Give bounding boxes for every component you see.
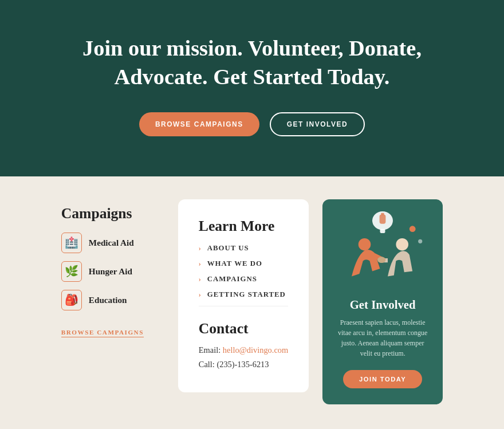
learn-more-title: Learn More [199, 218, 288, 235]
hero-section: Join our mission. Volunteer, Donate, Adv… [0, 0, 504, 176]
menu-item-what-we-do[interactable]: › WHAT WE DO [199, 259, 288, 268]
hero-headline: Join our mission. Volunteer, Donate, Adv… [80, 34, 424, 92]
browse-campaigns-link[interactable]: BROWSE CAMPAIGNS [61, 329, 144, 337]
menu-label-what: WHAT WE DO [207, 259, 262, 268]
chevron-icon-what: › [199, 259, 202, 268]
svg-rect-2 [380, 214, 386, 223]
hunger-aid-label: Hunger Aid [89, 266, 132, 277]
svg-point-6 [377, 257, 385, 263]
education-label: Education [89, 295, 127, 305]
get-involved-card: Get Involved Praesent sapien lacus, mole… [322, 199, 443, 404]
svg-point-8 [418, 239, 422, 243]
handshake-illustration [336, 205, 429, 291]
chevron-icon-getting: › [199, 290, 202, 299]
divider [199, 306, 288, 306]
education-icon: 🎒 [61, 290, 82, 310]
chevron-icon-campaigns: › [199, 275, 202, 284]
menu-item-campaigns[interactable]: › CAMPAIGNS [199, 275, 288, 284]
chevron-icon-about: › [199, 244, 202, 253]
medical-aid-icon: 🏥 [61, 233, 82, 253]
svg-rect-3 [381, 213, 384, 215]
svg-point-7 [410, 226, 416, 232]
menu-label-getting: GETTING STARTED [207, 290, 286, 299]
email-label: Email: [199, 345, 220, 355]
browse-campaigns-button[interactable]: BROWSE CAMPAIGNS [139, 112, 259, 136]
svg-rect-1 [380, 229, 385, 233]
hero-buttons: BROWSE CAMPAIGNS GET INVOLVED [23, 112, 481, 136]
get-involved-title: Get Involved [350, 298, 416, 312]
menu-label-about: ABOUT US [207, 244, 249, 253]
email-value[interactable]: hello@divingo.com [223, 345, 288, 355]
campaigns-column: Campaigns 🏥 Medical Aid 🌿 Hunger Aid 🎒 E… [61, 199, 164, 337]
contact-title: Contact [199, 320, 288, 337]
join-today-button[interactable]: JOIN TODAY [343, 370, 422, 388]
get-involved-body: Praesent sapien lacus, molestie vitae ar… [336, 317, 429, 359]
menu-item-about[interactable]: › ABOUT US [199, 244, 288, 253]
campaign-item-hunger[interactable]: 🌿 Hunger Aid [61, 261, 164, 282]
info-card: Learn More › ABOUT US › WHAT WE DO › CAM… [178, 199, 309, 392]
hunger-aid-icon: 🌿 [61, 261, 82, 282]
contact-email-line: Email: hello@divingo.com [199, 345, 288, 355]
svg-point-4 [359, 238, 371, 251]
campaign-item-education[interactable]: 🎒 Education [61, 290, 164, 310]
illustration-area [336, 199, 429, 291]
medical-aid-label: Medical Aid [89, 238, 134, 248]
campaigns-title: Campaigns [61, 205, 164, 222]
menu-item-getting-started[interactable]: › GETTING STARTED [199, 290, 288, 299]
contact-call-line: Call: (235)-135-6213 [199, 360, 288, 369]
main-content: Campaigns 🏥 Medical Aid 🌿 Hunger Aid 🎒 E… [0, 176, 504, 429]
menu-label-campaigns: CAMPAIGNS [207, 275, 257, 284]
svg-point-5 [396, 238, 409, 251]
campaign-item-medical[interactable]: 🏥 Medical Aid [61, 233, 164, 253]
get-involved-button[interactable]: GET INVOLVED [270, 112, 365, 136]
